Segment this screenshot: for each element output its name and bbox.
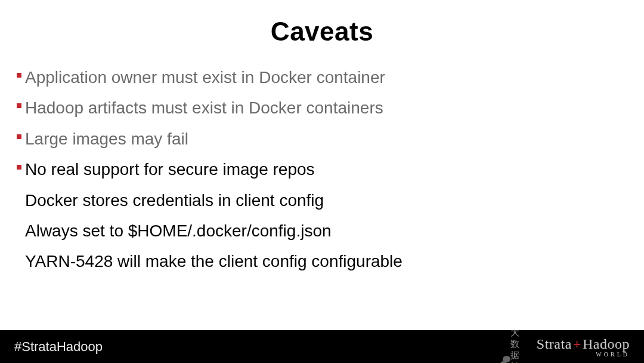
- brand-right: Hadoop: [583, 336, 630, 352]
- brand-plus-icon: +: [572, 336, 583, 352]
- sub-bullet: YARN-5428 will make the client config co…: [17, 248, 632, 274]
- bullet-item-emphasis: No real support for secure image repos: [17, 156, 632, 182]
- bullet-item: Hadoop artifacts must exist in Docker co…: [17, 95, 632, 121]
- footer-hashtag: #StrataHadoop: [14, 339, 103, 355]
- wechat-icon: [503, 356, 507, 364]
- slide-title: Caveats: [0, 0, 644, 47]
- sub-bullet: Always set to $HOME/.docker/config.json: [17, 218, 632, 244]
- sub-bullet: Docker stores credentials in client conf…: [17, 187, 632, 213]
- slide-content: Application owner must exist in Docker c…: [0, 47, 644, 275]
- watermark-text: 大数据技术圈: [510, 327, 528, 364]
- bullet-item: Large images may fail: [17, 126, 632, 152]
- slide-footer: #StrataHadoop 大数据技术圈 Strata+Hadoop WORLD: [0, 330, 644, 363]
- footer-brand: 大数据技术圈 Strata+Hadoop WORLD: [537, 336, 630, 358]
- wechat-watermark: 大数据技术圈: [503, 327, 528, 364]
- slide: Caveats Application owner must exist in …: [0, 0, 644, 363]
- brand-subtitle: WORLD: [596, 351, 630, 358]
- bullet-item: Application owner must exist in Docker c…: [17, 64, 632, 90]
- brand-title: Strata+Hadoop: [537, 336, 630, 352]
- brand-left: Strata: [537, 336, 572, 352]
